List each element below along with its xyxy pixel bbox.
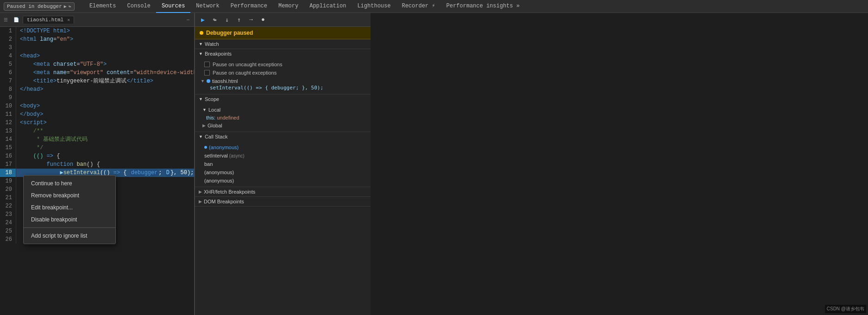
tab-recorder[interactable]: Recorder ⚡ <box>396 0 440 13</box>
file-tab-tiaoshi[interactable]: tiaoshi.html ✕ <box>23 16 74 24</box>
right-panel: ▶ ↬ ⇓ ⇑ → ● Debugger paused ▼ Watch ▼ Br… <box>195 13 371 315</box>
devtools-tabs: Elements Console Sources Network Perform… <box>84 0 868 13</box>
watch-header[interactable]: ▼ Watch <box>195 39 371 49</box>
pause-uncaught-checkbox[interactable] <box>204 62 210 67</box>
table-row: 9 <box>0 94 194 102</box>
tab-memory[interactable]: Memory <box>273 0 304 13</box>
scope-label: Scope <box>205 96 219 102</box>
call-stack-frame-label-3: (anonymous) <box>204 170 234 175</box>
dom-header[interactable]: ▶ DOM Breakpoints <box>195 197 371 206</box>
tab-lighthouse[interactable]: Lighthouse <box>352 0 396 13</box>
paused-indicator <box>200 31 203 35</box>
active-frame-bullet <box>204 146 207 149</box>
tab-sources[interactable]: Sources <box>156 0 190 13</box>
scope-arrow: ▼ <box>199 97 203 101</box>
tab-network[interactable]: Network <box>190 0 225 13</box>
deactivate-breakpoints-btn[interactable]: ● <box>258 15 268 25</box>
global-scope-header[interactable]: ▶ Global <box>195 121 371 130</box>
call-stack-arrow: ▼ <box>199 134 203 139</box>
local-this-item: this: undefined <box>195 114 371 121</box>
this-prop-name: this: <box>206 115 215 120</box>
step-over-icon[interactable]: ↬ <box>69 4 71 9</box>
expand-icon[interactable]: ⋯ <box>184 16 192 24</box>
call-stack-frame-label-0: (anonymous) <box>209 145 239 150</box>
table-row: 17 function ban() { <box>0 160 194 169</box>
step-over-btn[interactable]: ↬ <box>210 15 220 25</box>
dom-label: DOM Breakpoints <box>204 199 244 204</box>
arrow-icon: ▼ <box>201 79 205 83</box>
pause-caught-label: Pause on caught exceptions <box>213 70 277 76</box>
dom-breakpoints-section: ▶ DOM Breakpoints <box>195 197 371 207</box>
menu-item-continue-here[interactable]: Continue to here <box>24 177 115 189</box>
call-stack-frame-4[interactable]: (anonymous) <box>195 176 371 185</box>
xhr-breakpoints-section: ▶ XHR/fetch Breakpoints <box>195 187 371 197</box>
step-into-btn[interactable]: ⇓ <box>222 15 232 25</box>
file-panel-toggle[interactable]: ☰ <box>2 16 10 24</box>
tab-application[interactable]: Application <box>304 0 352 13</box>
call-stack-frame-label-2: ban <box>204 161 213 167</box>
tab-console[interactable]: Console <box>122 0 156 13</box>
table-row: 2 <html lang="en"> <box>0 35 194 44</box>
watch-arrow: ▼ <box>199 42 203 46</box>
call-stack-body: (anonymous) setInterval (async) ban (ano… <box>195 141 371 187</box>
table-row: 16 (() => { <box>0 152 194 160</box>
code-scroll[interactable]: 1 <!DOCTYPE html> 2 <html lang="en"> 3 4… <box>0 27 194 315</box>
resume-icon[interactable]: ▶ <box>64 4 67 9</box>
breakpoints-header[interactable]: ▼ Breakpoints <box>195 49 371 58</box>
pause-caught-checkbox[interactable] <box>204 70 210 76</box>
table-row: 15 */ <box>0 144 194 152</box>
tab-performance[interactable]: Performance <box>225 0 273 13</box>
scope-body: ▼ Local this: undefined ▶ Global <box>195 104 371 132</box>
step-out-btn[interactable]: ⇑ <box>234 15 244 25</box>
call-stack-frame-1[interactable]: setInterval (async) <box>195 151 371 160</box>
menu-item-add-script-ignore[interactable]: Add script to ignore list <box>24 230 115 242</box>
table-row: 10 <body> <box>0 102 194 110</box>
menu-item-edit-breakpoint[interactable]: Edit breakpoint... <box>24 202 115 214</box>
csdn-badge: CSDN @请乡包韦 <box>825 305 866 313</box>
sources-panel: ☰ 📄 tiaoshi.html ✕ ⋯ 1 <!DOCTYPE html> 2 <box>0 13 195 315</box>
file-tab-name: tiaoshi.html <box>27 17 63 23</box>
tab-elements[interactable]: Elements <box>84 0 122 13</box>
xhr-header[interactable]: ▶ XHR/fetch Breakpoints <box>195 187 371 196</box>
step-btn[interactable]: → <box>246 15 256 25</box>
context-menu-divider <box>24 227 115 228</box>
paused-label: Paused in debugger <box>7 4 62 9</box>
table-row: 13 /** <box>0 127 194 135</box>
file-panel-icon[interactable]: 📄 <box>12 16 21 24</box>
main-content: ☰ 📄 tiaoshi.html ✕ ⋯ 1 <!DOCTYPE html> 2 <box>0 13 868 315</box>
menu-item-remove-breakpoint[interactable]: Remove breakpoint <box>24 189 115 202</box>
resume-execution-btn[interactable]: ▶ <box>198 15 208 25</box>
table-row: 4 <head> <box>0 52 194 60</box>
call-stack-header[interactable]: ▼ Call Stack <box>195 132 371 141</box>
local-scope-header[interactable]: ▼ Local <box>195 106 371 114</box>
tab-performance-insights[interactable]: Performance insights » <box>440 0 525 13</box>
call-stack-frame-0[interactable]: (anonymous) <box>195 143 371 151</box>
call-stack-frame-label-1: setInterval (async) <box>204 153 245 158</box>
breakpoints-arrow: ▼ <box>199 51 203 56</box>
this-prop-val: undefined <box>217 115 239 120</box>
pause-uncaught-item: Pause on uncaught exceptions <box>195 60 371 69</box>
menu-item-disable-breakpoint[interactable]: Disable breakpoint <box>24 214 115 226</box>
file-tab-close[interactable]: ✕ <box>67 17 70 23</box>
watch-label: Watch <box>205 41 219 47</box>
debugger-paused-banner: Debugger paused <box>195 27 371 39</box>
code-area[interactable]: 1 <!DOCTYPE html> 2 <html lang="en"> 3 4… <box>0 27 194 315</box>
breakpoint-file-group: ▼ tiaoshi.html setInterval(() => { debug… <box>195 77 371 92</box>
breakpoints-section: ▼ Breakpoints Pause on uncaught exceptio… <box>195 49 371 94</box>
scope-header[interactable]: ▼ Scope <box>195 94 371 104</box>
context-menu: Continue to here Remove breakpoint Edit … <box>23 175 116 244</box>
breakpoint-dot <box>207 79 210 83</box>
breakpoints-label: Breakpoints <box>205 51 232 57</box>
xhr-label: XHR/fetch Breakpoints <box>204 189 255 195</box>
table-row: 11 </body> <box>0 110 194 119</box>
breakpoint-filename: tiaoshi.html <box>212 78 238 84</box>
pause-uncaught-label: Pause on uncaught exceptions <box>213 62 282 67</box>
pause-caught-item: Pause on caught exceptions <box>195 69 371 77</box>
dom-arrow: ▶ <box>199 199 202 204</box>
breakpoint-code: setInterval(() => { debugger; }, 50); <box>201 85 367 91</box>
table-row: 3 <box>0 44 194 52</box>
call-stack-frame-2[interactable]: ban <box>195 160 371 168</box>
call-stack-label: Call Stack <box>205 134 228 139</box>
call-stack-frame-3[interactable]: (anonymous) <box>195 168 371 176</box>
xhr-arrow: ▶ <box>199 189 202 194</box>
